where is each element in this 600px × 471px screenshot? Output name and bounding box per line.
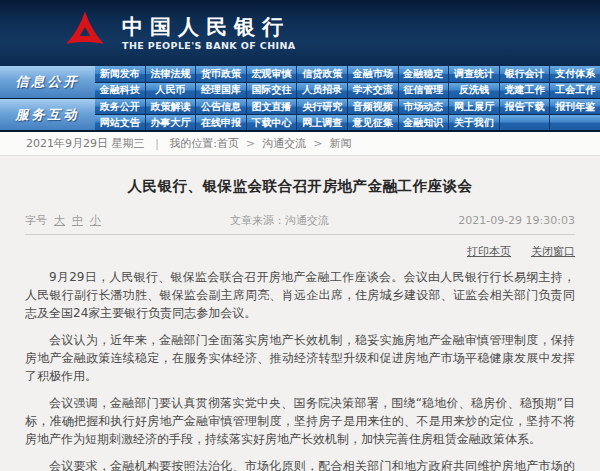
nav-rows: 政务公开政策解读公告信息图文直播央行研究音频视频市场动态网上展厅报告下载报刊年鉴… — [95, 99, 600, 130]
nav-item[interactable]: 金融市场 — [348, 66, 399, 82]
article-datetime: 2021-09-29 19:30:03 — [458, 214, 575, 227]
nav-rows: 新闻发布法律法规货币政策宏观审慎信贷政策金融市场金融稳定调查统计银行会计支付体系… — [95, 66, 600, 98]
article-body: 9月29日，人民银行、银保监会联合召开房地产金融工作座谈会。会议由人民银行行长易… — [25, 268, 575, 471]
nav-item[interactable]: 工会工作 — [550, 83, 600, 99]
nav-item[interactable]: 网上调查 — [297, 115, 348, 130]
nav-filler — [500, 115, 551, 130]
nav-item[interactable]: 新闻发布 — [95, 66, 146, 82]
nav-item[interactable]: 金融稳定 — [399, 66, 450, 82]
article-paragraph: 9月29日，人民银行、银保监会联合召开房地产金融工作座谈会。会议由人民银行行长易… — [25, 268, 575, 322]
nav-item[interactable]: 公告信息 — [196, 99, 247, 114]
nav-item[interactable]: 信贷政策 — [297, 66, 348, 82]
font-size-label: 字号 — [25, 213, 47, 228]
font-size-control: 字号 大 中 小 — [25, 213, 101, 228]
nav-section-0: 信息公开新闻发布法律法规货币政策宏观审慎信贷政策金融市场金融稳定调查统计银行会计… — [0, 66, 600, 99]
article-paragraph: 会议认为，近年来，金融部门全面落实房地产长效机制，稳妥实施房地产金融审慎管理制度… — [25, 331, 575, 385]
nav-item[interactable]: 反洗钱 — [449, 83, 500, 99]
nav-item[interactable]: 政策解读 — [146, 99, 197, 114]
print-page-link[interactable]: 打印本页 — [467, 244, 511, 259]
nav-item[interactable]: 网上展厅 — [449, 99, 500, 114]
nav-item[interactable]: 政务公开 — [95, 99, 146, 114]
nav-item[interactable]: 学术交流 — [348, 83, 399, 99]
nav-item[interactable]: 人员招录 — [297, 83, 348, 99]
font-size-large-link[interactable]: 大 — [54, 213, 65, 228]
article-title: 人民银行、银保监会联合召开房地产金融工作座谈会 — [25, 177, 575, 196]
nav-section-label[interactable]: 信息公开 — [0, 66, 95, 98]
nav-item[interactable]: 下载中心 — [247, 115, 298, 130]
nav-item[interactable]: 支付体系 — [550, 66, 600, 82]
nav-item[interactable]: 银行会计 — [500, 66, 551, 82]
nav-item[interactable]: 央行研究 — [297, 99, 348, 114]
nav-item[interactable]: 图文直播 — [247, 99, 298, 114]
font-size-medium-link[interactable]: 中 — [72, 213, 83, 228]
article-actions-top: 打印本页 关闭窗口 — [25, 244, 575, 259]
breadcrumb-divider: ｜ — [152, 136, 163, 151]
nav-item[interactable]: 报刊年鉴 — [550, 99, 600, 114]
nav-item[interactable]: 意见征集 — [348, 115, 399, 130]
nav-item[interactable]: 调查统计 — [449, 66, 500, 82]
article-content: 人民银行、银保监会联合召开房地产金融工作座谈会 字号 大 中 小 文章来源：沟通… — [0, 177, 600, 471]
nav-item[interactable]: 报告下载 — [500, 99, 551, 114]
nav-item[interactable]: 金融知识 — [399, 115, 450, 130]
nav-item[interactable]: 金融科技 — [95, 83, 146, 99]
nav-row: 新闻发布法律法规货币政策宏观审慎信贷政策金融市场金融稳定调查统计银行会计支付体系 — [95, 66, 600, 83]
nav-item[interactable]: 市场动态 — [399, 99, 450, 114]
pboc-emblem-icon — [62, 8, 108, 58]
article-meta-row: 字号 大 中 小 文章来源：沟通交流 2021-09-29 19:30:03 — [25, 213, 575, 235]
breadcrumb-date: 2021年9月29日 星期三 — [26, 136, 145, 151]
nav-item[interactable]: 在线申报 — [196, 115, 247, 130]
bank-names: 中国人民银行 THE PEOPLE'S BANK OF CHINA — [122, 15, 296, 51]
breadcrumb-separator: > — [246, 137, 255, 150]
nav-item[interactable]: 人民币 — [146, 83, 197, 99]
breadcrumb-item-communication[interactable]: 沟通交流 — [262, 136, 306, 151]
breadcrumb-separator: > — [313, 137, 322, 150]
nav-filler — [550, 115, 600, 130]
nav-item[interactable]: 货币政策 — [196, 66, 247, 82]
nav-item[interactable]: 办事大厅 — [146, 115, 197, 130]
breadcrumb-home-link[interactable]: 我的位置:首页 — [169, 136, 239, 151]
nav-section-label[interactable]: 服务互动 — [0, 99, 95, 130]
pboc-webpage: 中国人民银行 THE PEOPLE'S BANK OF CHINA 信息公开新闻… — [0, 0, 600, 471]
nav-item[interactable]: 网站文告 — [95, 115, 146, 130]
masthead: 中国人民银行 THE PEOPLE'S BANK OF CHINA — [0, 0, 600, 66]
nav-row: 政务公开政策解读公告信息图文直播央行研究音频视频市场动态网上展厅报告下载报刊年鉴 — [95, 99, 600, 115]
article-source: 文章来源：沟通交流 — [101, 213, 458, 228]
nav-item[interactable]: 国际交往 — [247, 83, 298, 99]
bank-name-cn: 中国人民银行 — [122, 15, 296, 38]
nav-item[interactable]: 关于我们 — [449, 115, 500, 130]
nav-item[interactable]: 音频视频 — [348, 99, 399, 114]
breadcrumb: 2021年9月29日 星期三 ｜ 我的位置:首页 > 沟通交流 > 新闻 — [0, 132, 600, 156]
breadcrumb-item-news[interactable]: 新闻 — [329, 136, 351, 151]
nav-row: 金融科技人民币经理国库国际交往人员招录学术交流征信管理反洗钱党建工作工会工作 — [95, 83, 600, 99]
article-paragraph: 会议强调，金融部门要认真贯彻落实党中央、国务院决策部署，围绕“稳地价、稳房价、稳… — [25, 394, 575, 448]
nav-row: 网站文告办事大厅在线申报下载中心网上调查意见征集金融知识关于我们 — [95, 115, 600, 130]
bank-name-en: THE PEOPLE'S BANK OF CHINA — [122, 40, 296, 51]
nav-item[interactable]: 法律法规 — [146, 66, 197, 82]
nav-item[interactable]: 经理国库 — [196, 83, 247, 99]
nav-item[interactable]: 宏观审慎 — [247, 66, 298, 82]
article-paragraph: 会议要求，金融机构要按照法治化、市场化原则，配合相关部门和地方政府共同维护房地产… — [25, 457, 575, 471]
nav-item[interactable]: 党建工作 — [500, 83, 551, 99]
nav-item[interactable]: 征信管理 — [399, 83, 450, 99]
font-size-small-link[interactable]: 小 — [90, 213, 101, 228]
main-navigation: 信息公开新闻发布法律法规货币政策宏观审慎信贷政策金融市场金融稳定调查统计银行会计… — [0, 66, 600, 132]
nav-section-1: 服务互动政务公开政策解读公告信息图文直播央行研究音频视频市场动态网上展厅报告下载… — [0, 99, 600, 132]
close-window-link[interactable]: 关闭窗口 — [531, 244, 575, 259]
